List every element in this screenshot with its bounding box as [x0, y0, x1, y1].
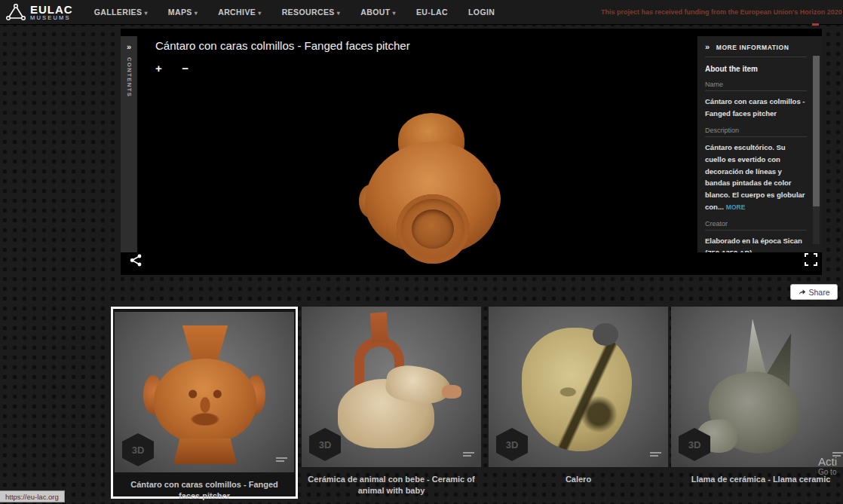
gallery-item-fanged-pitcher[interactable]: 3D Cántaro con caras colmillos - Fanged …: [111, 307, 298, 499]
3d-model-pitcher[interactable]: [362, 113, 498, 275]
nav-item-eu-lac[interactable]: EU-LAC: [416, 8, 448, 17]
nav-item-maps[interactable]: MAPS▾: [168, 8, 198, 17]
expand-right-icon: »: [705, 42, 710, 51]
funding-note: This project has received funding from t…: [601, 8, 843, 16]
fullscreen-icon[interactable]: [805, 253, 817, 269]
zoom-in-button[interactable]: +: [155, 62, 162, 75]
watermark-line2: Go to: [818, 468, 837, 476]
chevron-down-icon: ▾: [144, 10, 147, 17]
eulac-logo-text: EULAC MUSEUMS: [30, 4, 73, 21]
name-value: Cántaro con caras colmillos - Fanged fac…: [705, 96, 807, 119]
nav-item-galleries[interactable]: GALLERIES▾: [94, 8, 148, 17]
creator-value: Elaborado en la época Sican (750-1350 AD…: [705, 235, 807, 252]
sketchfab-logo: [276, 457, 287, 463]
browser-status-url: https://eu-lac.org: [0, 490, 65, 502]
description-label: Description: [705, 127, 807, 137]
share-button[interactable]: Share: [790, 284, 838, 300]
gallery-caption[interactable]: Cántaro con caras colmillos - Fanged fac…: [115, 479, 294, 502]
more-link[interactable]: MORE: [726, 203, 746, 211]
watermark-line1: Acti: [818, 455, 837, 468]
chevron-down-icon: ▾: [258, 10, 261, 17]
logo-line1: EULAC: [30, 4, 73, 15]
gallery-caption[interactable]: Llama de cerámica - Llama ceramic: [671, 474, 843, 485]
sketchfab-logo: [463, 452, 474, 458]
gallery-caption[interactable]: Calero: [489, 474, 668, 485]
chevron-down-icon: ▾: [393, 10, 396, 17]
nav-item-label: LOGIN: [468, 8, 495, 17]
model-title: Cántaro con caras colmillos - Fanged fac…: [155, 39, 410, 52]
nav-item-archive[interactable]: ARCHIVE▾: [218, 8, 261, 17]
zoom-out-button[interactable]: −: [182, 62, 189, 75]
activate-windows-watermark: Acti Go to: [818, 455, 837, 476]
nav-item-label: RESOURCES: [282, 8, 335, 17]
chevron-down-icon: ▾: [195, 10, 198, 17]
nav-item-label: GALLERIES: [94, 8, 143, 17]
chevron-down-icon: ▾: [337, 10, 340, 17]
gallery-caption[interactable]: Cerámica de animal con bebe - Ceramic of…: [302, 474, 481, 496]
contents-panel-toggle[interactable]: » CONTENTS: [121, 36, 137, 252]
nav-item-label: ARCHIVE: [218, 8, 256, 17]
more-information-label: MORE INFORMATION: [716, 44, 789, 51]
share-arrow-icon: [798, 288, 806, 296]
nav-item-login[interactable]: LOGIN: [468, 8, 495, 17]
logo-line2: MUSEUMS: [30, 15, 73, 21]
thumbnail-llama-ceramic[interactable]: 3D: [671, 307, 843, 467]
model-base-inner: [412, 209, 454, 249]
contents-label: CONTENTS: [126, 57, 133, 97]
thumbnail-fanged-pitcher[interactable]: 3D: [115, 312, 294, 472]
red-marker: [812, 23, 819, 26]
description-value: Cántaro escultórico. Su cuello es everti…: [705, 142, 807, 212]
nav-item-label: EU-LAC: [416, 8, 448, 17]
expand-right-icon: »: [127, 42, 131, 51]
description-text: Cántaro escultórico. Su cuello es everti…: [705, 143, 805, 210]
model-base: [397, 194, 469, 264]
sketchfab-logo: [650, 452, 661, 458]
more-information-header[interactable]: »MORE INFORMATION: [705, 42, 807, 57]
eulac-logo[interactable]: EULAC MUSEUMS: [6, 3, 73, 21]
eulac-logo-icon: [6, 3, 26, 21]
nav-item-about[interactable]: ABOUT▾: [360, 8, 396, 17]
name-label: Name: [705, 81, 807, 91]
zoom-controls: + −: [155, 62, 205, 75]
gallery-item-calero[interactable]: 3D Calero: [489, 307, 668, 485]
gallery-item-llama-ceramic[interactable]: 3D Llama de cerámica - Llama ceramic: [671, 307, 843, 485]
top-navbar: EULAC MUSEUMS GALLERIES▾ MAPS▾ ARCHIVE▾ …: [0, 0, 843, 25]
creator-label: Creator: [705, 220, 807, 231]
share-icon[interactable]: [130, 254, 143, 270]
scrollbar-thumb[interactable]: [813, 56, 820, 206]
nav-item-label: MAPS: [168, 8, 192, 17]
about-the-item-heading: About the item: [705, 65, 807, 73]
info-panel-scrollbar[interactable]: [813, 56, 820, 244]
nav-menu: GALLERIES▾ MAPS▾ ARCHIVE▾ RESOURCES▾ ABO…: [94, 8, 516, 17]
share-button-label: Share: [808, 288, 829, 297]
thumbnail-animal-ceramic[interactable]: 3D: [302, 307, 481, 467]
gallery-item-animal-ceramic[interactable]: 3D Cerámica de animal con bebe - Ceramic…: [302, 307, 481, 496]
thumbnail-calero[interactable]: 3D: [489, 307, 668, 467]
nav-item-resources[interactable]: RESOURCES▾: [282, 8, 341, 17]
nav-item-label: ABOUT: [360, 8, 390, 17]
more-information-panel: »MORE INFORMATION About the item Name Cá…: [697, 36, 822, 252]
sketchfab-viewer[interactable]: » CONTENTS Cántaro con caras colmillos -…: [121, 29, 822, 275]
